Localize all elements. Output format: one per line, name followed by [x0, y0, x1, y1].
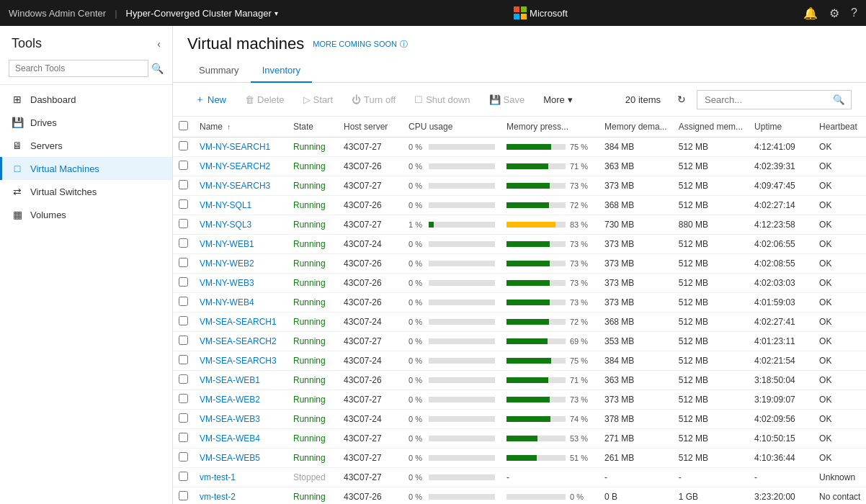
cluster-selector[interactable]: Hyper-Converged Cluster Manager ▾ [126, 8, 278, 19]
vm-link[interactable]: VM-NY-WEB2 [200, 258, 254, 269]
vm-hb-cell: OK [813, 254, 866, 274]
row-checkbox[interactable] [179, 199, 188, 209]
row-checkbox-cell[interactable] [173, 351, 194, 371]
table-header-row: Name ↑ State Host server CPU usage Memor… [173, 117, 866, 138]
row-checkbox-cell[interactable] [173, 274, 194, 293]
row-checkbox[interactable] [179, 472, 188, 481]
vm-state-cell: Running [287, 371, 338, 390]
tab-summary[interactable]: Summary [187, 59, 251, 83]
vm-link[interactable]: VM-NY-WEB4 [200, 297, 254, 307]
table-search-input[interactable] [697, 91, 827, 109]
save-button[interactable]: 💾 Save [481, 90, 533, 109]
row-checkbox-cell[interactable] [173, 235, 194, 254]
row-checkbox[interactable] [179, 297, 188, 306]
row-checkbox[interactable] [179, 238, 188, 248]
vm-link[interactable]: VM-SEA-SEARCH1 [200, 317, 277, 327]
vm-link[interactable]: VM-NY-WEB1 [200, 239, 254, 249]
shutdown-button[interactable]: ☐ Shut down [406, 90, 478, 109]
sidebar-item-virtual-switches[interactable]: ⇄Virtual Switches [0, 180, 172, 203]
col-header-uptime[interactable]: Uptime [749, 117, 813, 138]
row-checkbox[interactable] [179, 141, 188, 150]
notification-icon[interactable]: 🔔 [803, 6, 818, 20]
vm-link[interactable]: VM-NY-SEARCH1 [200, 142, 270, 152]
search-tools-button[interactable]: 🔍 [151, 63, 164, 74]
col-header-name[interactable]: Name ↑ [194, 117, 287, 138]
row-checkbox-cell[interactable] [173, 332, 194, 351]
row-checkbox-cell[interactable] [173, 390, 194, 410]
tab-inventory[interactable]: Inventory [251, 59, 312, 83]
col-header-host[interactable]: Host server [338, 117, 403, 138]
row-checkbox-cell[interactable] [173, 429, 194, 449]
table-search-button[interactable]: 🔍 [827, 91, 851, 109]
row-checkbox[interactable] [179, 452, 188, 462]
help-icon[interactable]: ? [851, 6, 857, 19]
row-checkbox-cell[interactable] [173, 157, 194, 176]
sidebar-item-drives[interactable]: 💾Drives [0, 111, 172, 134]
search-tools-input[interactable] [9, 60, 148, 77]
col-header-amem[interactable]: Assigned mem... [673, 117, 749, 138]
row-checkbox[interactable] [179, 491, 188, 500]
new-button[interactable]: ＋ New [187, 89, 234, 110]
row-checkbox-cell[interactable] [173, 410, 194, 429]
row-checkbox[interactable] [179, 258, 188, 267]
col-header-mdema[interactable]: Memory dema... [599, 117, 673, 138]
row-checkbox-cell[interactable] [173, 254, 194, 274]
row-checkbox-cell[interactable] [173, 176, 194, 196]
row-checkbox[interactable] [179, 355, 188, 364]
col-header-state[interactable]: State [287, 117, 338, 138]
col-header-cpu[interactable]: CPU usage [403, 117, 501, 138]
refresh-button[interactable]: ↻ [669, 89, 694, 109]
vm-link[interactable]: vm-test-1 [200, 472, 236, 482]
row-checkbox[interactable] [179, 433, 188, 442]
row-checkbox-cell[interactable] [173, 449, 194, 468]
cpu-bar-wrap: 0 % [409, 318, 495, 326]
vm-link[interactable]: VM-SEA-SEARCH3 [200, 356, 277, 366]
more-button[interactable]: More ▾ [535, 90, 581, 109]
mem-press-bg [506, 455, 566, 461]
vm-link[interactable]: VM-NY-SQL1 [200, 200, 251, 210]
row-checkbox[interactable] [179, 394, 188, 403]
sidebar-item-servers[interactable]: 🖥Servers [0, 134, 172, 157]
delete-button[interactable]: 🗑 Delete [237, 90, 293, 109]
vm-link[interactable]: vm-test-2 [200, 492, 236, 502]
vm-link[interactable]: VM-NY-SQL3 [200, 220, 251, 230]
sidebar-item-dashboard[interactable]: ⊞Dashboard [0, 88, 172, 111]
row-checkbox[interactable] [179, 219, 188, 228]
vm-link[interactable]: VM-SEA-WEB4 [200, 433, 260, 444]
row-checkbox-cell[interactable] [173, 215, 194, 235]
more-coming-soon[interactable]: MORE COMING SOON ⓘ [313, 39, 408, 50]
vm-link[interactable]: VM-NY-WEB3 [200, 278, 254, 288]
row-checkbox-cell[interactable] [173, 138, 194, 157]
col-header-hb[interactable]: Heartbeat [813, 117, 866, 138]
vm-link[interactable]: VM-SEA-WEB3 [200, 414, 260, 424]
sidebar-item-virtual-machines[interactable]: □Virtual Machines [0, 157, 172, 180]
row-checkbox[interactable] [179, 161, 188, 170]
vm-link[interactable]: VM-SEA-WEB2 [200, 395, 260, 405]
row-checkbox[interactable] [179, 277, 188, 287]
row-checkbox-cell[interactable] [173, 312, 194, 332]
vm-link[interactable]: VM-SEA-WEB1 [200, 375, 260, 385]
row-checkbox[interactable] [179, 316, 188, 325]
vm-link[interactable]: VM-NY-SEARCH2 [200, 161, 270, 171]
vm-link[interactable]: VM-NY-SEARCH3 [200, 181, 270, 191]
vm-link[interactable]: VM-SEA-SEARCH2 [200, 336, 277, 346]
row-checkbox-cell[interactable] [173, 371, 194, 390]
sidebar-collapse-button[interactable]: ‹ [157, 38, 161, 50]
row-checkbox[interactable] [179, 413, 188, 423]
settings-icon[interactable]: ⚙ [829, 6, 839, 20]
select-all-header[interactable] [173, 117, 194, 138]
row-checkbox[interactable] [179, 180, 188, 189]
row-checkbox[interactable] [179, 336, 188, 345]
row-checkbox-cell[interactable] [173, 487, 194, 505]
turnoff-button[interactable]: ⏻ Turn off [344, 90, 403, 109]
row-checkbox-cell[interactable] [173, 293, 194, 312]
col-header-mpress[interactable]: Memory press... [501, 117, 599, 138]
sidebar-item-volumes[interactable]: ▦Volumes [0, 203, 172, 226]
row-checkbox-cell[interactable] [173, 468, 194, 487]
start-button[interactable]: ▷ Start [295, 90, 341, 109]
row-checkbox[interactable] [179, 374, 188, 384]
vm-link[interactable]: VM-SEA-WEB5 [200, 453, 260, 463]
cpu-pct-label: 0 % [409, 415, 424, 423]
row-checkbox-cell[interactable] [173, 196, 194, 215]
select-all-checkbox[interactable] [179, 121, 188, 130]
